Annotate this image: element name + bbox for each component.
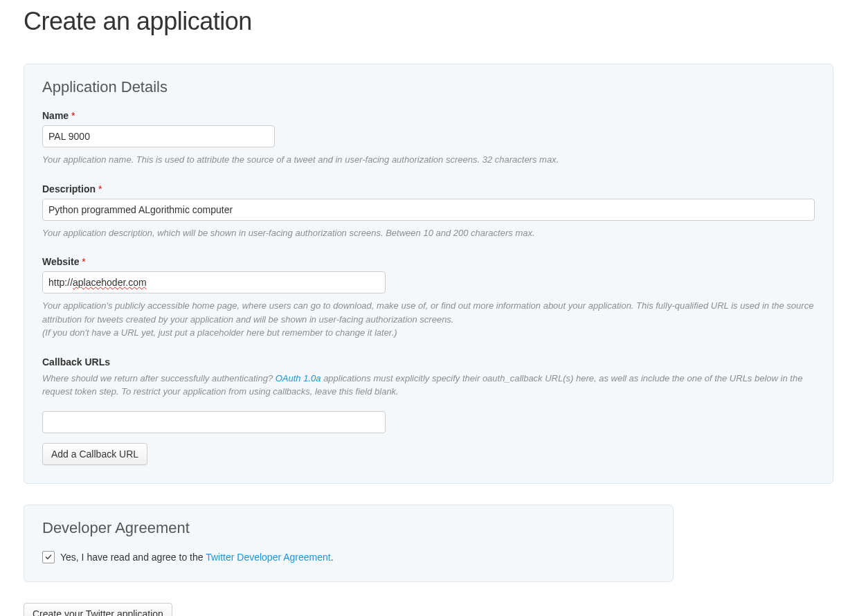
name-help-text: Your application name. This is used to a… bbox=[42, 153, 815, 167]
page-title: Create an application bbox=[24, 7, 833, 36]
create-application-button[interactable]: Create your Twitter application bbox=[24, 603, 172, 617]
description-input[interactable] bbox=[42, 199, 815, 221]
website-input[interactable]: http://aplacehoder.com bbox=[42, 271, 386, 293]
developer-agreement-panel: Developer Agreement Yes, I have read and… bbox=[24, 505, 674, 582]
website-help-line1: Your application's publicly accessible h… bbox=[42, 299, 815, 326]
required-star-icon: * bbox=[98, 183, 102, 194]
website-label: Website * bbox=[42, 256, 815, 267]
name-label-text: Name bbox=[42, 110, 69, 121]
agreement-text-pre: Yes, I have read and agree to the bbox=[60, 552, 206, 563]
check-icon bbox=[44, 553, 53, 561]
callback-help-text: Where should we return after successfull… bbox=[42, 372, 815, 399]
callback-input-row bbox=[42, 411, 815, 433]
callback-help-pre: Where should we return after successfull… bbox=[42, 373, 276, 383]
agreement-text-post: . bbox=[331, 552, 334, 563]
website-input-prefix: http:// bbox=[48, 277, 73, 288]
callback-url-input[interactable] bbox=[42, 411, 386, 433]
website-label-text: Website bbox=[42, 256, 79, 267]
description-help-text: Your application description, which will… bbox=[42, 226, 815, 240]
name-label: Name * bbox=[42, 110, 815, 121]
twitter-developer-agreement-link[interactable]: Twitter Developer Agreement bbox=[206, 552, 331, 563]
name-input[interactable] bbox=[42, 125, 275, 147]
application-details-panel: Application Details Name * Your applicat… bbox=[24, 64, 833, 484]
add-callback-url-button[interactable]: Add a Callback URL bbox=[42, 443, 147, 465]
description-label: Description * bbox=[42, 183, 815, 194]
website-field: Website * http://aplacehoder.com Your ap… bbox=[42, 256, 815, 340]
callback-label: Callback URLs bbox=[42, 356, 815, 368]
callback-field: Callback URLs Where should we return aft… bbox=[42, 356, 815, 465]
agreement-checkbox[interactable] bbox=[42, 551, 55, 563]
application-details-heading: Application Details bbox=[42, 78, 815, 96]
agreement-row: Yes, I have read and agree to the Twitte… bbox=[42, 551, 655, 563]
oauth-link[interactable]: OAuth 1.0a bbox=[276, 373, 321, 383]
description-field: Description * Your application descripti… bbox=[42, 183, 815, 240]
website-input-misspelled: aplacehoder.com bbox=[73, 277, 147, 288]
website-help-text: Your application's publicly accessible h… bbox=[42, 299, 815, 340]
agreement-text: Yes, I have read and agree to the Twitte… bbox=[60, 552, 334, 563]
website-help-line2: (If you don't have a URL yet, just put a… bbox=[42, 326, 815, 340]
submit-row: Create your Twitter application bbox=[24, 603, 833, 617]
name-field: Name * Your application name. This is us… bbox=[42, 110, 815, 167]
description-label-text: Description bbox=[42, 183, 96, 194]
required-star-icon: * bbox=[71, 110, 75, 121]
developer-agreement-heading: Developer Agreement bbox=[42, 519, 655, 537]
required-star-icon: * bbox=[82, 256, 85, 267]
